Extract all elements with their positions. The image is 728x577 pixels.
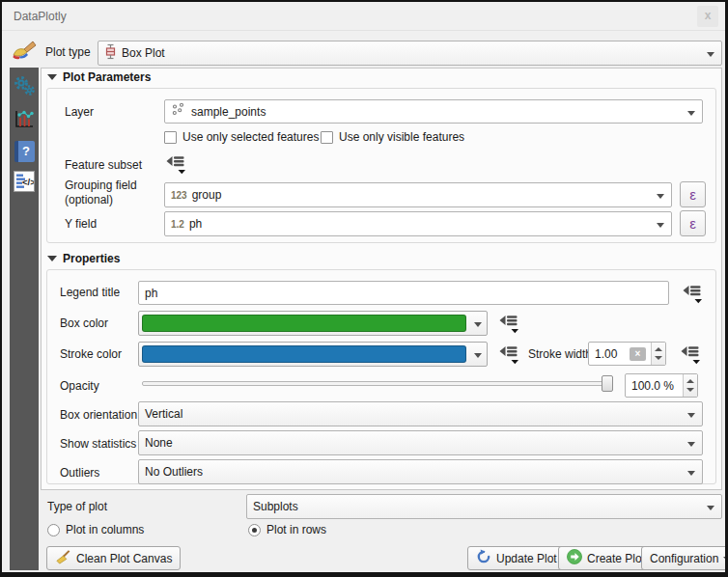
plot-type-label: Plot type <box>45 45 91 59</box>
box-color-label: Box color <box>60 316 108 330</box>
chevron-down-icon <box>707 52 714 57</box>
stroke-color-button[interactable] <box>138 342 488 367</box>
type-of-plot-combobox[interactable]: Subplots <box>246 494 722 519</box>
grouping-field-combobox[interactable]: 123 group <box>164 182 672 207</box>
layer-value: sample_points <box>191 105 266 119</box>
configuration-button[interactable]: Configuration <box>641 546 728 570</box>
use-selected-features-checkbox[interactable]: Use only selected features <box>164 130 319 144</box>
opacity-label: Opacity <box>60 379 99 393</box>
create-arrow-icon <box>567 549 582 567</box>
show-statistics-value: None <box>145 436 173 450</box>
box-plot-icon <box>104 43 117 63</box>
legend-title-override-icon[interactable] <box>680 283 704 304</box>
layer-combobox[interactable]: sample_points <box>164 99 703 124</box>
point-layer-icon <box>171 102 186 121</box>
box-orientation-combobox[interactable]: Vertical <box>138 401 703 426</box>
outliers-combobox[interactable]: No Outliers <box>138 459 703 484</box>
spin-buttons[interactable] <box>651 343 665 365</box>
refresh-icon <box>476 549 491 567</box>
radio-label: Plot in columns <box>66 523 144 536</box>
outliers-value: No Outliers <box>145 465 203 479</box>
plot-parameters-title[interactable]: Plot Parameters <box>63 70 151 84</box>
y-field-value: ph <box>189 217 202 231</box>
stroke-color-label: Stroke color <box>60 347 122 361</box>
configuration-button-label: Configuration <box>650 552 718 565</box>
show-statistics-combobox[interactable]: None <box>138 430 703 455</box>
chevron-down-icon <box>657 194 664 199</box>
opacity-slider-handle[interactable] <box>602 375 613 392</box>
stroke-width-override-icon[interactable] <box>678 343 702 365</box>
update-plot-button[interactable]: Update Plot <box>467 546 566 570</box>
grouping-field-label-optional: (optional) <box>65 193 113 206</box>
box-orientation-value: Vertical <box>145 407 182 421</box>
chevron-down-icon <box>657 223 664 228</box>
radio-plot-in-columns[interactable]: Plot in columns <box>47 523 144 536</box>
spin-buttons[interactable] <box>683 374 697 397</box>
checkbox-label: Use only visible features <box>339 130 464 144</box>
properties-title[interactable]: Properties <box>63 252 120 265</box>
grouping-field-label: Grouping field <box>65 179 137 192</box>
sidebar-tabbar: ? </> <box>10 68 39 570</box>
properties-collapse-icon[interactable] <box>47 256 57 261</box>
box-color-swatch <box>142 315 466 332</box>
svg-text:</>: </> <box>22 177 34 187</box>
clear-value-icon[interactable]: × <box>630 347 646 361</box>
use-visible-features-checkbox[interactable]: Use only visible features <box>321 130 464 144</box>
y-field-combobox[interactable]: 1.2 ph <box>164 211 672 236</box>
y-field-label: Y field <box>65 217 97 231</box>
stroke-width-spinbox[interactable]: 1.00 × <box>588 342 666 366</box>
integer-field-icon: 123 <box>171 190 187 201</box>
box-color-override-icon[interactable] <box>496 313 520 334</box>
chevron-down-icon <box>687 471 695 476</box>
stroke-color-override-icon[interactable] <box>496 343 520 365</box>
type-of-plot-value: Subplots <box>253 500 298 513</box>
gears-icon <box>13 74 36 100</box>
box-color-button[interactable] <box>138 311 488 336</box>
radio-circle <box>248 524 261 536</box>
feature-subset-override-icon[interactable] <box>163 153 187 175</box>
radio-plot-in-rows[interactable]: Plot in rows <box>248 523 326 536</box>
clean-button-label: Clean Plot Canvas <box>76 552 172 565</box>
grouping-field-value: group <box>192 188 222 202</box>
opacity-value: 100.0 % <box>631 379 674 393</box>
outliers-label: Outliers <box>60 466 99 480</box>
chevron-down-icon <box>687 111 695 116</box>
chart-icon <box>14 108 35 132</box>
opacity-spinbox[interactable]: 100.0 % <box>625 373 698 398</box>
help-book-icon: ? <box>14 141 35 162</box>
radio-label: Plot in rows <box>266 523 326 536</box>
layer-label: Layer <box>65 105 94 119</box>
stroke-width-label: Stroke width <box>528 347 592 361</box>
checkbox-label: Use only selected features <box>182 130 319 144</box>
close-icon[interactable]: x <box>697 6 718 27</box>
plot-type-value: Box Plot <box>122 46 165 60</box>
plot-parameters-collapse-icon[interactable] <box>47 74 57 80</box>
stroke-width-value: 1.00 <box>595 347 617 361</box>
chevron-down-icon <box>687 442 695 447</box>
decimal-field-icon: 1.2 <box>171 219 184 230</box>
sidebar-tab-help[interactable]: ? <box>13 140 36 163</box>
panel-title: DataPlotly <box>14 10 67 23</box>
feature-subset-label: Feature subset <box>65 158 142 172</box>
chevron-down-icon <box>474 322 482 327</box>
create-plot-button[interactable]: Create Plot <box>558 546 654 570</box>
clean-plot-canvas-button[interactable]: Clean Plot Canvas <box>46 546 181 570</box>
grouping-expression-button[interactable]: ε <box>680 181 706 207</box>
plot-type-combobox[interactable]: Box Plot <box>98 41 722 66</box>
sidebar-tab-plot[interactable] <box>13 108 36 131</box>
box-orientation-label: Box orientation <box>60 408 137 422</box>
y-field-expression-button[interactable]: ε <box>680 210 706 236</box>
create-button-label: Create Plot <box>587 552 645 565</box>
sidebar-tab-code[interactable]: </> <box>13 170 36 193</box>
checkbox-box <box>321 131 333 144</box>
sidebar-tab-settings[interactable] <box>13 75 36 98</box>
legend-title-input[interactable]: ph <box>138 281 669 305</box>
legend-title-label: Legend title <box>60 286 120 299</box>
radio-circle <box>47 524 60 536</box>
chevron-down-icon <box>707 506 714 510</box>
update-button-label: Update Plot <box>496 552 557 565</box>
chevron-down-icon <box>687 413 695 418</box>
stroke-color-swatch <box>142 345 466 363</box>
opacity-slider[interactable] <box>142 381 603 386</box>
code-console-icon: </> <box>14 171 35 192</box>
